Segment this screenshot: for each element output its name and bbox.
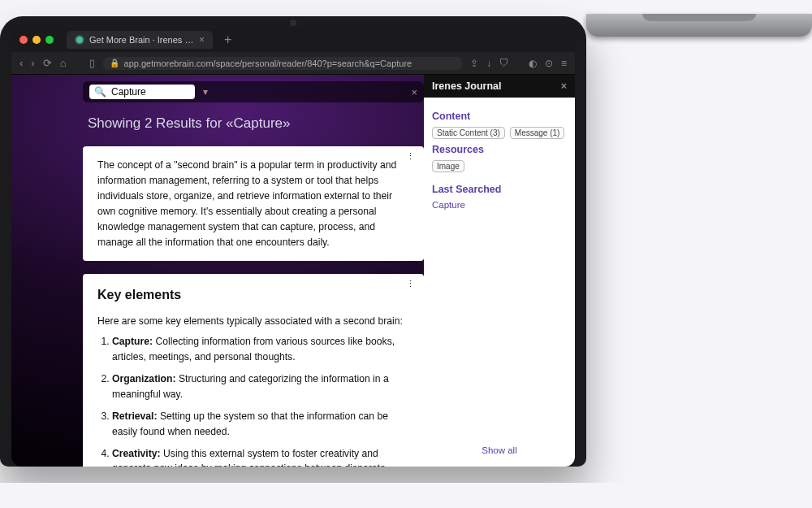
search-input[interactable] bbox=[111, 86, 184, 98]
share-icon[interactable]: ⇪ bbox=[470, 58, 478, 69]
section-last-searched: Last Searched bbox=[432, 184, 567, 195]
card-menu-icon[interactable]: ⋮ bbox=[406, 150, 416, 163]
desc: Collecting information from various sour… bbox=[112, 336, 395, 363]
last-searched-item[interactable]: Capture bbox=[432, 200, 567, 210]
laptop-frame: Get More Brain · Irenes Journ… × + ‹ › ⟳… bbox=[0, 16, 586, 467]
screen: Get More Brain · Irenes Journ… × + ‹ › ⟳… bbox=[11, 28, 575, 467]
filter-icon[interactable]: ▾ bbox=[203, 86, 208, 98]
result-text: The concept of a "second brain" is a pop… bbox=[97, 158, 409, 250]
address-bar[interactable]: 🔒 app.getmorebrain.com/space/personal/re… bbox=[103, 57, 462, 70]
lock-icon: 🔒 bbox=[110, 59, 119, 67]
main-area: 🔍 ▾ × Showing 2 Results for «Capture» ⋮ … bbox=[11, 75, 424, 467]
search-icon: 🔍 bbox=[94, 86, 106, 98]
back-button[interactable]: ‹ bbox=[19, 57, 23, 69]
term: Capture: bbox=[112, 336, 153, 347]
camera-notch bbox=[290, 20, 296, 26]
shield-icon[interactable]: ⛉ bbox=[499, 58, 509, 69]
card-heading: Key elements bbox=[97, 285, 409, 306]
app-viewport: 🔍 ▾ × Showing 2 Results for «Capture» ⋮ … bbox=[11, 75, 575, 467]
section-content: Content bbox=[432, 111, 567, 122]
close-sidebar-icon[interactable]: × bbox=[561, 80, 567, 92]
result-card[interactable]: ⋮ Key elements Here are some key element… bbox=[83, 274, 424, 467]
search-bar: 🔍 ▾ × bbox=[83, 81, 424, 102]
extension-icon[interactable]: ◐ bbox=[529, 58, 537, 69]
new-tab-button[interactable]: + bbox=[224, 33, 231, 47]
forward-button[interactable]: › bbox=[31, 57, 34, 69]
term: Organization: bbox=[112, 373, 176, 384]
list-item: Capture: Collecting information from var… bbox=[112, 334, 409, 365]
list-item: Organization: Structuring and categorizi… bbox=[112, 371, 409, 402]
key-elements-list: Capture: Collecting information from var… bbox=[97, 334, 409, 467]
fullscreen-window-button[interactable] bbox=[45, 36, 54, 44]
term: Creativity: bbox=[112, 448, 161, 459]
clear-search-icon[interactable]: × bbox=[411, 86, 417, 98]
favicon-icon bbox=[75, 35, 84, 45]
url-text: app.getmorebrain.com/space/personal/read… bbox=[124, 59, 412, 68]
browser-tab[interactable]: Get More Brain · Irenes Journ… × bbox=[67, 31, 213, 49]
content-chips: Static Content (3) Message (1) bbox=[432, 127, 567, 139]
minimize-window-button[interactable] bbox=[32, 36, 41, 44]
term: Retrieval: bbox=[112, 410, 158, 422]
home-button[interactable]: ⌂ bbox=[60, 57, 67, 69]
laptop-base bbox=[586, 14, 812, 37]
profile-icon[interactable]: ⊙ bbox=[545, 58, 553, 69]
results-heading: Showing 2 Results for «Capture» bbox=[88, 115, 424, 132]
list-item: Retrieval: Setting up the system so that… bbox=[112, 409, 409, 440]
browser-top-bar: Get More Brain · Irenes Journ… × + bbox=[11, 28, 575, 52]
close-window-button[interactable] bbox=[19, 36, 28, 44]
show-all-link[interactable]: Show all bbox=[424, 437, 575, 467]
menu-icon[interactable]: ≡ bbox=[561, 58, 567, 69]
sidebar-body: Content Static Content (3) Message (1) R… bbox=[424, 98, 575, 437]
browser-toolbar: ‹ › ⟳ ⌂ ▯ 🔒 app.getmorebrain.com/space/p… bbox=[11, 52, 575, 75]
card-intro: Here are some key elements typically ass… bbox=[97, 314, 409, 329]
resource-chips: Image bbox=[432, 160, 567, 172]
window-controls bbox=[19, 36, 54, 44]
sidebar-header: Irenes Journal × bbox=[424, 75, 575, 98]
toolbar-right: ⇪ ↓ ⛉ ◐ ⊙ ≡ bbox=[470, 58, 567, 69]
reload-button[interactable]: ⟳ bbox=[43, 57, 52, 69]
section-resources: Resources bbox=[432, 144, 567, 155]
tab-title: Get More Brain · Irenes Journ… bbox=[89, 35, 194, 45]
sidebar-title: Irenes Journal bbox=[432, 80, 501, 92]
bookmark-icon[interactable]: ▯ bbox=[89, 57, 95, 69]
chip[interactable]: Message (1) bbox=[510, 127, 565, 139]
download-icon[interactable]: ↓ bbox=[486, 58, 491, 69]
chip[interactable]: Static Content (3) bbox=[432, 127, 505, 139]
search-box[interactable]: 🔍 bbox=[89, 85, 195, 99]
filter-sidebar: Irenes Journal × Content Static Content … bbox=[424, 75, 575, 467]
list-item: Creativity: Using this external system t… bbox=[112, 446, 409, 467]
result-card[interactable]: ⋮ The concept of a "second brain" is a p… bbox=[83, 146, 424, 261]
card-menu-icon[interactable]: ⋮ bbox=[406, 277, 416, 291]
chip[interactable]: Image bbox=[432, 160, 464, 172]
close-tab-icon[interactable]: × bbox=[199, 34, 205, 46]
